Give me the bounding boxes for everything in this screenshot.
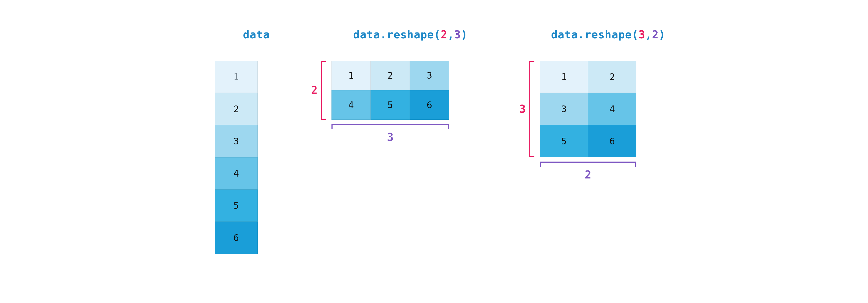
row-bracket-tick [321,61,326,120]
data-cell: 6 [215,222,258,254]
panel-data-title-text: data [243,28,270,41]
col-dim-label: 3 [387,131,394,143]
grid-cell: 3 [410,61,449,90]
panel-data-title: data [203,16,270,53]
col-dim-label: 2 [585,169,591,181]
data-column: 1 2 3 4 5 6 [215,61,258,254]
grid-cell: 5 [540,125,588,157]
grid-cell: 6 [588,125,637,157]
reshape32-grid: 1 2 3 4 5 6 [540,61,637,157]
data-cell: 2 [215,93,258,125]
reshape23-grid-wrap: 1 2 3 4 5 6 2 3 [332,61,449,120]
grid-cell: 1 [540,61,588,93]
panel-data: data 1 2 3 4 5 6 [203,16,270,254]
grid-cell: 2 [588,61,637,93]
data-cell: 5 [215,189,258,222]
data-cell: 3 [215,125,258,157]
row-bracket-tick [529,61,534,157]
data-cell: 4 [215,157,258,189]
panel-reshape23-title: data.reshape(2,3) [313,16,468,53]
row-bracket: 3 [516,61,537,157]
data-cell: 1 [215,61,258,93]
diagram-canvas: data 1 2 3 4 5 6 data.reshape(2,3) 1 2 3… [0,0,868,270]
panel-reshape32-title: data.reshape(3,2) [510,16,665,53]
grid-cell: 6 [410,90,449,120]
col-bracket-tick [540,161,637,167]
row-dim-label: 2 [311,84,317,96]
grid-cell: 4 [588,93,637,125]
col-bracket: 3 [332,122,449,146]
col-bracket-tick [332,124,449,129]
reshape23-grid: 1 2 3 4 5 6 [332,61,449,120]
grid-cell: 2 [371,61,410,90]
col-bracket: 2 [540,159,637,183]
grid-cell: 4 [332,90,371,120]
grid-cell: 3 [540,93,588,125]
row-bracket: 2 [308,61,329,120]
row-dim-label: 3 [519,103,526,115]
panel-reshape-2x3: data.reshape(2,3) 1 2 3 4 5 6 2 3 [313,16,468,120]
reshape32-grid-wrap: 1 2 3 4 5 6 3 2 [540,61,637,157]
grid-cell: 1 [332,61,371,90]
grid-cell: 5 [371,90,410,120]
panel-reshape-3x2: data.reshape(3,2) 1 2 3 4 5 6 3 2 [510,16,665,157]
